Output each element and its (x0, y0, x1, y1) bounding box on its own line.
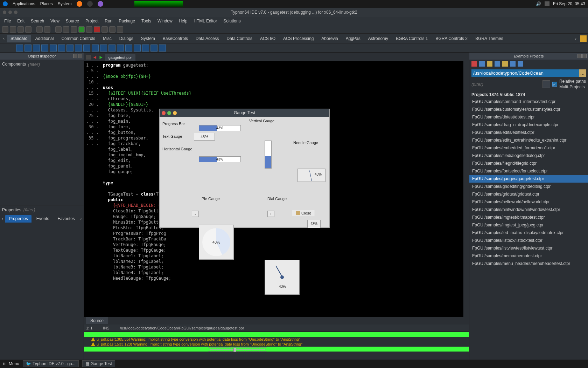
palette-tab-acs-processing[interactable]: ACS Processing (280, 35, 317, 42)
component-icon[interactable] (125, 45, 132, 52)
value-slider[interactable] (209, 347, 266, 352)
source-tab[interactable]: Source (86, 317, 108, 324)
project-item[interactable]: FpGUI/samples/filedialog/filedialog.ctpr (469, 152, 588, 159)
property-grid[interactable] (0, 223, 84, 360)
component-icon[interactable] (117, 45, 124, 52)
palette-tab-dialogs[interactable]: Dialogs (116, 35, 137, 42)
project-item[interactable]: FpGUI/samples/memo/memotest.ctpr (469, 252, 588, 260)
component-icon[interactable] (142, 45, 149, 52)
project-item[interactable]: FpGUI/samples/drag_n_drop/dndexample.ctp… (469, 121, 588, 129)
properties-filter-input[interactable] (23, 207, 83, 212)
palette-scroll-right-icon[interactable]: › (573, 36, 578, 41)
undo-button[interactable] (36, 26, 43, 33)
project-item[interactable]: FpGUI/samples/imgtest/bitmaptest.ctpr (469, 213, 588, 221)
indicator-icon[interactable] (545, 1, 550, 6)
component-icon[interactable] (66, 45, 74, 52)
firefox-icon[interactable] (77, 1, 82, 7)
tool-icon[interactable] (495, 61, 500, 67)
palette-tab-basecontrols[interactable]: BaseControls (159, 35, 191, 42)
component-icon[interactable] (75, 45, 82, 52)
palette-tab-bgra-themes[interactable]: BGRA Themes (472, 35, 507, 42)
palette-tab-aggpas[interactable]: AggPas (342, 35, 364, 42)
task-gauge[interactable]: ▦Gauge Test (82, 360, 115, 367)
object-inspector-title[interactable]: Object Inspector (0, 53, 84, 60)
ide-menu-run[interactable]: Run (105, 19, 112, 23)
ide-menu-solutions[interactable]: Solutions (223, 19, 240, 23)
ide-menu-tools[interactable]: Tools (141, 19, 151, 23)
open-proj-icon[interactable] (479, 61, 485, 67)
component-icon[interactable] (108, 45, 115, 52)
project-item[interactable]: FpGUI/samples/edits_extrahint/edits_extr… (469, 136, 588, 144)
component-icon[interactable] (50, 45, 57, 52)
ide-menu-source[interactable]: Source (66, 19, 79, 23)
browse-button[interactable]: … (579, 69, 586, 77)
project-item[interactable]: FpGUI/samples/dbtest/dbtest.ctpr (469, 113, 588, 121)
ide-menu-project[interactable]: Project (85, 19, 98, 23)
save-all-button[interactable] (25, 26, 31, 33)
component-icon[interactable] (83, 45, 90, 52)
palette-tab-standard[interactable]: Standard (7, 35, 31, 42)
palette-tab-bgra-controls-1[interactable]: BGRA Controls 1 (392, 35, 431, 42)
nav-forward-icon[interactable]: ► (99, 54, 104, 60)
projects-list[interactable]: FpGUI/samples/command_interface/test.ctp… (469, 98, 588, 360)
palette-tab-data-controls[interactable]: Data Controls (223, 35, 256, 42)
selection-tool-icon[interactable] (3, 45, 9, 51)
clock[interactable]: Fri Sep 20, 05:43 (553, 1, 585, 6)
step-into-button[interactable] (109, 26, 115, 33)
project-item[interactable]: FpGUI/samples/gridediting/gridediting.ct… (469, 183, 588, 190)
palette-tab-system[interactable]: System (138, 35, 159, 42)
step-out-button[interactable] (117, 26, 123, 33)
project-item[interactable]: FpGUI/samples/listviewtest/listviewtest.… (469, 244, 588, 252)
filter-button[interactable] (542, 80, 550, 88)
ide-menu-edit[interactable]: Edit (17, 19, 24, 23)
editor-tab[interactable]: gaugetest.ppr (105, 54, 135, 61)
component-icon[interactable] (24, 45, 31, 52)
component-icon[interactable] (41, 45, 48, 52)
window-maximize-icon[interactable] (173, 111, 177, 115)
project-item[interactable]: FpGUI/samples/embedded_form/demo1.ctpr (469, 144, 588, 152)
package-button[interactable] (63, 26, 69, 33)
window-maximize-icon[interactable] (14, 11, 18, 14)
window-close-icon[interactable] (162, 111, 166, 115)
project-item[interactable]: FpGUI/samples/filegrid/filegrid.ctpr (469, 159, 588, 167)
prop-tab-properties[interactable]: Properties (5, 215, 31, 223)
component-icon[interactable] (150, 45, 158, 52)
project-item[interactable]: FpGUI/samples/edits/edittest.ctpr (469, 129, 588, 136)
ide-menu-file[interactable]: File (4, 19, 11, 23)
example-projects-title[interactable]: Example Projects (469, 53, 588, 60)
task-ide[interactable]: 🐦Typhon IDE v7.0 - ga... (23, 360, 79, 367)
prop-tab-favorites[interactable]: Favorites (54, 215, 78, 223)
relative-paths-checkbox[interactable]: ✓ (552, 82, 557, 87)
panel-undock-icon[interactable] (578, 54, 582, 58)
open-button[interactable] (10, 26, 16, 33)
prop-tab-events[interactable]: Events (33, 215, 53, 223)
gauge-titlebar[interactable]: Gauge Test (160, 109, 329, 117)
ide-menu-package[interactable]: Package (119, 19, 135, 23)
component-icon[interactable] (100, 45, 107, 52)
panel-close-icon[interactable] (582, 54, 587, 58)
project-item[interactable]: FpGUI/samples/menu_headers/menuheadertes… (469, 260, 588, 267)
volume-icon[interactable]: 🔊 (536, 1, 541, 6)
folder-icon[interactable] (487, 61, 492, 67)
project-item[interactable]: FpGUI/samples/listbox/listboxtest.ctpr (469, 237, 588, 244)
pause-button[interactable] (86, 26, 92, 33)
project-item[interactable]: FpGUI/samples/helloworld/helloworld.ctpr (469, 198, 588, 206)
project-item[interactable]: FpGUI/samples/customstyles/customstyles.… (469, 105, 588, 113)
minus-button[interactable]: - (192, 211, 199, 217)
show-apps-icon[interactable]: ⠿ (3, 361, 5, 366)
ide-menu-help[interactable]: Help (179, 19, 188, 23)
palette-tab-bgra-controls-2[interactable]: BGRA Controls 2 (432, 35, 471, 42)
window-close-icon[interactable] (3, 11, 6, 14)
palette-tab-acs-i/o[interactable]: ACS I/O (257, 35, 279, 42)
stop-button[interactable] (94, 26, 100, 33)
menu-button[interactable]: Menu (9, 361, 19, 366)
system-menu[interactable]: System (58, 1, 72, 6)
close-button[interactable]: Close (292, 210, 315, 216)
gauge-test-window[interactable]: Gauge Test Progress Bar 43% Text Gauge 4… (159, 109, 330, 228)
palette-tab-misc[interactable]: Misc (99, 35, 115, 42)
message-warning[interactable]: u_pdf.pas(1385,35) Warning: Implicit str… (84, 337, 469, 342)
system-monitor-graph[interactable] (134, 1, 183, 7)
ide-menu-search[interactable]: Search (31, 19, 44, 23)
save-button[interactable] (18, 26, 24, 33)
palette-tab-common-controls[interactable]: Common Controls (58, 35, 99, 42)
